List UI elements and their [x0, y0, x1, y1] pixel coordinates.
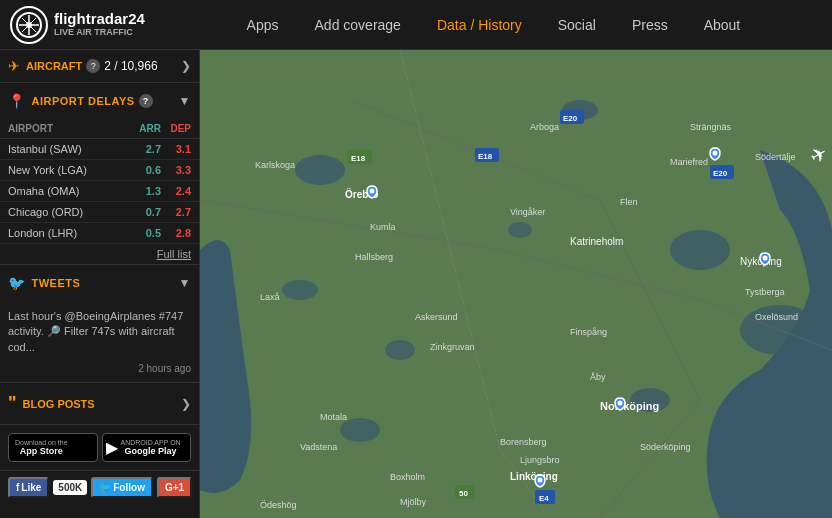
svg-point-56 — [713, 151, 718, 156]
airport-arr: 0.6 — [131, 164, 161, 176]
nav-press[interactable]: Press — [614, 0, 686, 50]
svg-text:Mjölby: Mjölby — [400, 497, 427, 507]
svg-text:Åby: Åby — [590, 372, 606, 382]
col-header-airport: AIRPORT — [8, 123, 131, 134]
svg-point-1 — [26, 22, 32, 28]
svg-text:50: 50 — [459, 489, 468, 498]
svg-point-57 — [763, 256, 768, 261]
table-row: Chicago (ORD) 0.7 2.7 — [0, 202, 199, 223]
main-nav: Apps Add coverage Data / History Social … — [165, 0, 822, 50]
svg-text:Vadstena: Vadstena — [300, 442, 337, 452]
airport-dep: 2.8 — [161, 227, 191, 239]
airport-dep: 2.7 — [161, 206, 191, 218]
svg-text:Ödeshög: Ödeshög — [260, 500, 297, 510]
google-play-small: ANDROID APP ON — [121, 439, 181, 446]
tw-icon: 🐦 — [99, 482, 111, 493]
app-store-button[interactable]: Download on the App Store — [8, 433, 98, 462]
map-area[interactable]: Karlskoga Örebro Hallsberg Kumla Laxå Ar… — [200, 50, 832, 518]
airport-name: Chicago (ORD) — [8, 206, 131, 218]
svg-text:Kumla: Kumla — [370, 222, 396, 232]
svg-text:Motala: Motala — [320, 412, 347, 422]
app-store-text: Download on the App Store — [15, 439, 68, 457]
airport-dep: 2.4 — [161, 185, 191, 197]
airport-delays-help[interactable]: ? — [139, 94, 153, 108]
tweet-content: Last hour's @BoeingAirplanes #747 activi… — [0, 301, 199, 363]
app-store-big: App Store — [15, 446, 68, 457]
svg-text:Oxelösund: Oxelösund — [755, 312, 798, 322]
svg-point-55 — [538, 478, 543, 483]
airport-delays-header[interactable]: 📍 AIRPORT DELAYS ? ▼ — [0, 83, 199, 119]
svg-point-8 — [385, 340, 415, 360]
app-store-small: Download on the — [15, 439, 68, 446]
airport-delays-label: AIRPORT DELAYS — [32, 95, 135, 107]
logo-text: flightradar24 LIVE AIR TRAFFIC — [54, 11, 145, 37]
svg-text:Tystberga: Tystberga — [745, 287, 785, 297]
svg-text:E20: E20 — [713, 169, 728, 178]
svg-text:Flen: Flen — [620, 197, 638, 207]
tweets-section: 🐦 TWEETS ▼ Last hour's @BoeingAirplanes … — [0, 265, 199, 383]
svg-text:E20: E20 — [563, 114, 578, 123]
google-plus-button[interactable]: G+1 — [157, 477, 192, 498]
svg-text:Katrineholm: Katrineholm — [570, 236, 623, 247]
fb-icon: f — [16, 482, 19, 493]
nav-about[interactable]: About — [686, 0, 759, 50]
airport-delays-chevron[interactable]: ▼ — [179, 94, 191, 108]
svg-text:Laxå: Laxå — [260, 292, 280, 302]
logo[interactable]: flightradar24 LIVE AIR TRAFFIC — [10, 6, 145, 44]
svg-text:Boxholm: Boxholm — [390, 472, 425, 482]
svg-text:Vingåker: Vingåker — [510, 207, 545, 217]
table-row: London (LHR) 0.5 2.8 — [0, 223, 199, 244]
app-buttons: Download on the App Store ▶ ANDROID APP … — [0, 425, 199, 470]
airport-arr: 2.7 — [131, 143, 161, 155]
social-buttons: f Like 500K 🐦 Follow G+1 — [0, 470, 199, 504]
tweet-text: Last hour's @BoeingAirplanes #747 activi… — [8, 310, 183, 353]
svg-point-3 — [295, 155, 345, 185]
table-row: Omaha (OMA) 1.3 2.4 — [0, 181, 199, 202]
fb-like-label: Like — [21, 482, 41, 493]
aircraft-help[interactable]: ? — [86, 59, 100, 73]
airport-table: AIRPORT ARR DEP Istanbul (SAW) 2.7 3.1 N… — [0, 119, 199, 264]
nav-apps[interactable]: Apps — [229, 0, 297, 50]
header: flightradar24 LIVE AIR TRAFFIC Apps Add … — [0, 0, 832, 50]
twitter-follow-button[interactable]: 🐦 Follow — [91, 477, 153, 498]
airport-dep: 3.3 — [161, 164, 191, 176]
fb-count: 500K — [53, 480, 87, 495]
nav-add-coverage[interactable]: Add coverage — [297, 0, 419, 50]
airport-delays-section: 📍 AIRPORT DELAYS ? ▼ AIRPORT ARR DEP Ist… — [0, 83, 199, 265]
tweet-time: 2 hours ago — [0, 363, 199, 382]
android-icon: ▶ — [106, 438, 118, 457]
aircraft-count: 2 / 10,966 — [104, 59, 157, 73]
svg-text:Ljungsbro: Ljungsbro — [520, 455, 560, 465]
svg-point-11 — [282, 280, 318, 300]
blog-posts-section: " BLOG POSTS ❯ — [0, 383, 199, 425]
blog-chevron[interactable]: ❯ — [181, 397, 191, 411]
google-play-big: Google Play — [121, 446, 181, 457]
airport-name: New York (LGA) — [8, 164, 131, 176]
airport-arr: 0.5 — [131, 227, 161, 239]
svg-text:E4: E4 — [539, 494, 549, 503]
google-play-text: ANDROID APP ON Google Play — [121, 439, 181, 457]
tweets-label: TWEETS — [32, 277, 81, 289]
svg-text:Strängnäs: Strängnäs — [690, 122, 732, 132]
blog-header[interactable]: " BLOG POSTS ❯ — [0, 383, 199, 424]
nav-data-history[interactable]: Data / History — [419, 0, 540, 50]
google-play-button[interactable]: ▶ ANDROID APP ON Google Play — [102, 433, 192, 462]
aircraft-chevron[interactable]: ❯ — [181, 59, 191, 73]
quote-icon: " — [8, 393, 17, 414]
nav-social[interactable]: Social — [540, 0, 614, 50]
tweets-header[interactable]: 🐦 TWEETS ▼ — [0, 265, 199, 301]
col-header-dep: DEP — [161, 123, 191, 134]
airport-name: Omaha (OMA) — [8, 185, 131, 197]
svg-text:E18: E18 — [478, 152, 493, 161]
svg-text:Askersund: Askersund — [415, 312, 458, 322]
svg-point-53 — [370, 189, 375, 194]
svg-text:Zinkgruvan: Zinkgruvan — [430, 342, 475, 352]
svg-text:Södertälje: Södertälje — [755, 152, 796, 162]
airport-name: London (LHR) — [8, 227, 131, 239]
table-row: Istanbul (SAW) 2.7 3.1 — [0, 139, 199, 160]
airport-arr: 0.7 — [131, 206, 161, 218]
facebook-like-button[interactable]: f Like — [8, 477, 49, 498]
full-list-link[interactable]: Full list — [157, 248, 191, 260]
tweets-chevron[interactable]: ▼ — [179, 276, 191, 290]
svg-text:Mariefred: Mariefred — [670, 157, 708, 167]
